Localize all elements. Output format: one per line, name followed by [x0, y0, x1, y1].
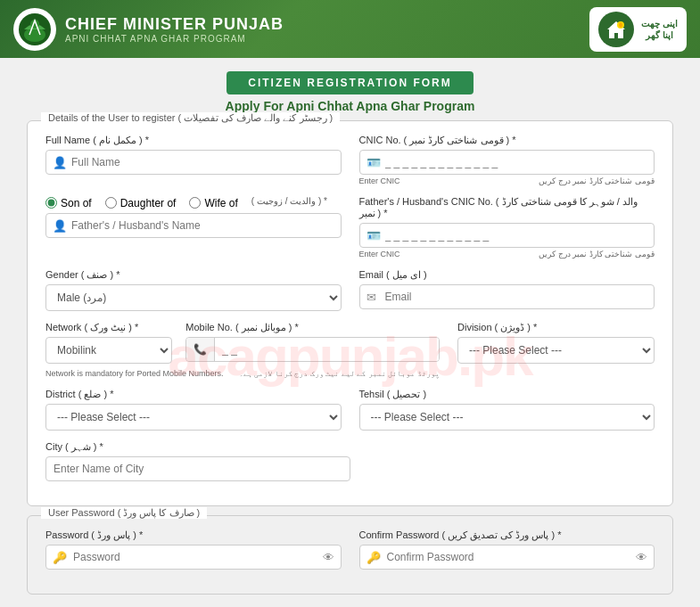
network-mobile-row: Network ( نیٹ ورک ) * Mobilink Mobile No… — [45, 322, 440, 364]
password-section: User Password ( صارف کا پاس ورڈ ) Passwo… — [27, 515, 673, 595]
logo-circle — [13, 8, 56, 51]
network-label: Network ( نیٹ ورک ) * — [45, 322, 172, 333]
sub-title: APNI CHHAT APNA GHAR PROGRAM — [65, 34, 284, 44]
network-hint: Network is mandatory for Ported Mobile N… — [45, 369, 224, 378]
wife-of-label: Wife of — [204, 197, 237, 209]
mobile-flag-icon: 📞 — [186, 338, 215, 361]
email-input-wrapper: ✉ — [359, 284, 655, 309]
lock-icon-2: 🔑 — [366, 551, 381, 564]
son-of-radio[interactable] — [45, 197, 57, 209]
gender-select[interactable]: Male (مرد) — [45, 284, 342, 311]
cnic-input-wrapper: 🪪 — [359, 150, 655, 175]
svg-point-1 — [24, 28, 45, 42]
main-content: acagpunjab.pk CITIZEN REGISTRATION FORM … — [0, 58, 700, 607]
eye-icon-2[interactable]: 👁 — [636, 551, 647, 564]
fathers-name-wrapper: 👤 — [45, 213, 342, 238]
full-name-label: Full Name ( مکمل نام ) * — [45, 135, 342, 146]
header-right-logo: اپنی چھت اپنا گھر — [589, 7, 687, 52]
password-legend: User Password ( صارف کا پاس ورڈ ) — [41, 507, 207, 519]
district-label: District ( ضلع ) * — [45, 389, 342, 400]
row-relation-fathercnic: Son of Daughter of Wife of ( والدیت / زو… — [45, 196, 655, 258]
relation-radio-group: Son of Daughter of Wife of ( والدیت / زو… — [45, 196, 342, 209]
tehsil-label: Tehsil ( تحصیل ) — [359, 389, 655, 400]
group-full-name: Full Name ( مکمل نام ) * 👤 — [45, 135, 342, 185]
mobile-input-wrapper: 📞 — [185, 337, 440, 362]
id-icon: 🪪 — [366, 156, 381, 169]
eye-icon[interactable]: 👁 — [323, 551, 334, 564]
password-input-wrapper: 🔑 👁 — [45, 545, 342, 570]
group-district: District ( ضلع ) * --- Please Select --- — [45, 389, 342, 431]
group-network: Network ( نیٹ ورک ) * Mobilink — [45, 322, 172, 364]
division-select[interactable]: --- Please Select --- — [457, 337, 655, 364]
group-mobile: Mobile No. ( موبائل نمبر ) * 📞 — [185, 322, 440, 364]
header-title: CHIEF MINISTER PUNJAB APNI CHHAT APNA GH… — [65, 15, 284, 44]
fathers-cnic-hint: Enter CNIC — [359, 250, 400, 258]
cnic-hint-urdu: قومی شناختی کارڈ نمبر درج کریں — [539, 176, 655, 185]
row-network-mobile-division: Network ( نیٹ ورک ) * Mobilink Mobile No… — [45, 322, 655, 378]
network-select[interactable]: Mobilink — [45, 337, 172, 364]
network-hint-urdu: پورٹڈ موبائل نمبر کے لیے نیٹ ورک درج کرن… — [239, 369, 440, 378]
full-name-input-wrapper: 👤 — [45, 150, 342, 175]
fathers-cnic-hint-urdu: قومی شناختی کارڈ نمبر درج کریں — [539, 250, 655, 258]
group-password: Password ( پاس ورڈ ) * 🔑 👁 — [45, 529, 342, 570]
gender-label: Gender ( صنف ) * — [45, 269, 342, 281]
division-label: Division ( ڈویژن ) * — [457, 322, 655, 333]
son-of-option[interactable]: Son of — [45, 197, 92, 209]
cnic-hint: Enter CNIC — [359, 176, 400, 185]
fathers-cnic-label: Father's / Husband's CNIC No. ( والد / ش… — [359, 196, 655, 219]
group-gender: Gender ( صنف ) * Male (مرد) — [45, 269, 342, 311]
daughter-of-label: Daughter of — [120, 197, 177, 209]
city-input[interactable] — [45, 456, 350, 481]
group-email: Email ( ای میل ) ✉ — [359, 269, 655, 311]
cnic-input[interactable] — [359, 150, 655, 175]
mobile-input[interactable] — [215, 338, 439, 361]
wife-of-radio[interactable] — [189, 197, 201, 209]
wife-of-option[interactable]: Wife of — [189, 197, 237, 209]
person-icon-2: 👤 — [53, 219, 67, 233]
full-name-input[interactable] — [45, 150, 342, 175]
email-icon: ✉ — [366, 291, 376, 304]
relation-urdu-label: ( والدیت / زوجیت ) * — [251, 196, 327, 206]
row-city: City ( شہر ) * — [45, 441, 655, 481]
row-gender-email: Gender ( صنف ) * Male (مرد) Email ( ای م… — [45, 269, 655, 311]
mobile-label: Mobile No. ( موبائل نمبر ) * — [185, 322, 440, 333]
fathers-cnic-input[interactable] — [359, 223, 655, 248]
group-fathers-cnic: Father's / Husband's CNIC No. ( والد / ش… — [359, 196, 655, 258]
group-division: Division ( ڈویژن ) * --- Please Select -… — [457, 322, 655, 378]
form-legend: Details of the User to register ( رجسٹر … — [41, 112, 340, 124]
group-city: City ( شہر ) * — [45, 441, 350, 481]
confirm-password-input[interactable] — [359, 545, 655, 570]
header-left: CHIEF MINISTER PUNJAB APNI CHHAT APNA GH… — [13, 8, 284, 51]
group-tehsil: Tehsil ( تحصیل ) --- Please Select --- — [359, 389, 655, 431]
page-subtitle: Apply For Apni Chhat Apna Ghar Program — [27, 99, 673, 113]
confirm-password-wrapper: 🔑 👁 — [359, 545, 655, 570]
row-district-tehsil: District ( ضلع ) * --- Please Select ---… — [45, 389, 655, 431]
district-select[interactable]: --- Please Select --- — [45, 404, 342, 431]
email-label: Email ( ای میل ) — [359, 269, 655, 281]
fathers-cnic-input-wrapper: 🪪 — [359, 223, 655, 248]
header-right-text: اپنی چھت اپنا گھر — [641, 18, 678, 41]
group-confirm-password: Confirm Password ( پاس ورڈ کی تصدیق کریں… — [359, 529, 655, 570]
id-icon-2: 🪪 — [366, 229, 381, 242]
header: CHIEF MINISTER PUNJAB APNI CHHAT APNA GH… — [0, 0, 700, 58]
lock-icon: 🔑 — [53, 551, 67, 564]
registration-form: Details of the User to register ( رجسٹر … — [27, 120, 673, 506]
group-cnic: CNIC No. ( قومی شناختی کارڈ نمبر ) * 🪪 E… — [359, 135, 655, 185]
daughter-of-radio[interactable] — [105, 197, 117, 209]
main-title: CHIEF MINISTER PUNJAB — [65, 15, 284, 34]
daughter-of-option[interactable]: Daughter of — [105, 197, 177, 209]
row-fullname-cnic: Full Name ( مکمل نام ) * 👤 CNIC No. ( قو… — [45, 135, 655, 185]
tehsil-select[interactable]: --- Please Select --- — [359, 404, 655, 431]
password-row: Password ( پاس ورڈ ) * 🔑 👁 Confirm Passw… — [45, 529, 655, 570]
group-network-mobile: Network ( نیٹ ورک ) * Mobilink Mobile No… — [45, 322, 440, 378]
person-icon: 👤 — [53, 156, 67, 169]
city-label: City ( شہر ) * — [45, 441, 350, 453]
cnic-label: CNIC No. ( قومی شناختی کارڈ نمبر ) * — [359, 135, 655, 146]
confirm-password-label: Confirm Password ( پاس ورڈ کی تصدیق کریں… — [359, 529, 655, 541]
password-input[interactable] — [45, 545, 342, 570]
fathers-name-input[interactable] — [45, 213, 342, 238]
password-label: Password ( پاس ورڈ ) * — [45, 529, 342, 541]
group-relation: Son of Daughter of Wife of ( والدیت / زو… — [45, 196, 342, 258]
registration-form-title: CITIZEN REGISTRATION FORM — [226, 71, 473, 94]
email-input[interactable] — [359, 284, 655, 309]
